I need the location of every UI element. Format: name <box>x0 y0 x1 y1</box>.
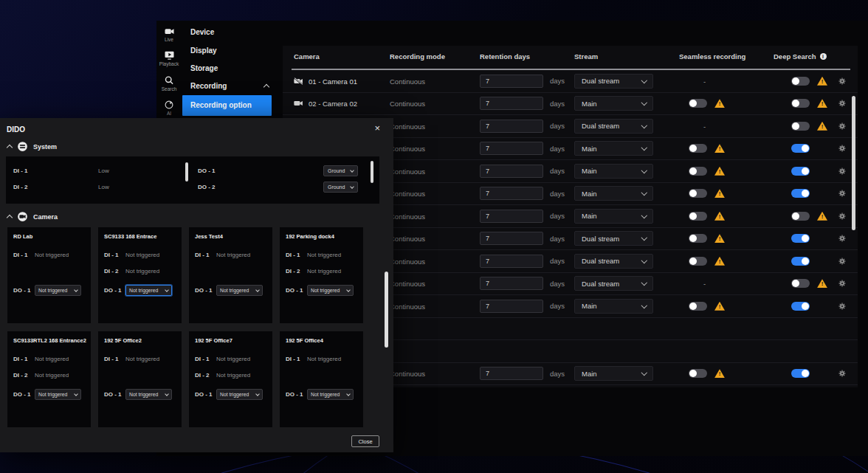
deep-search-toggle[interactable] <box>791 122 810 131</box>
deep-search-toggle[interactable] <box>791 302 810 311</box>
toggle-knob <box>792 77 799 85</box>
do-select[interactable]: Not triggered <box>125 285 172 296</box>
seamless-disabled-dash: - <box>703 280 706 288</box>
camera-settings-gear-icon[interactable] <box>838 235 846 242</box>
retention-days-input[interactable] <box>480 300 543 313</box>
deep-search-toggle[interactable] <box>791 167 810 176</box>
seamless-toggle[interactable] <box>689 99 707 108</box>
stream-select[interactable]: Main <box>574 299 653 314</box>
menu-item-label: Device <box>190 28 214 36</box>
retention-days-input[interactable] <box>480 277 543 290</box>
deep-search-toggle[interactable] <box>791 257 810 266</box>
seamless-toggle[interactable] <box>689 189 707 198</box>
table-scrollbar-thumb[interactable] <box>852 96 855 230</box>
chevron-down-icon <box>641 100 647 106</box>
seamless-toggle[interactable] <box>689 167 707 176</box>
seamless-toggle[interactable] <box>689 212 707 221</box>
retention-days-input[interactable] <box>480 255 543 268</box>
do-select[interactable]: Not triggered <box>125 389 172 400</box>
stream-select[interactable]: Main <box>574 96 653 111</box>
stream-select[interactable]: Dual stream <box>574 254 653 269</box>
nav-item-live[interactable]: Live <box>156 27 182 49</box>
collapse-chevron-icon[interactable] <box>7 215 13 221</box>
deep-search-toggle[interactable] <box>791 189 810 198</box>
do-select-value: Not triggered <box>311 288 340 293</box>
dialog-scrollbar-thumb[interactable] <box>385 272 388 348</box>
close-button[interactable]: Close <box>351 435 379 447</box>
retention-days-input[interactable] <box>480 97 543 110</box>
do-list-scrollbar-thumb[interactable] <box>371 161 373 183</box>
camera-settings-gear-icon[interactable] <box>838 213 846 220</box>
do-select[interactable]: Not triggered <box>307 389 354 400</box>
warning-icon <box>714 189 725 198</box>
stream-select[interactable]: Main <box>574 209 653 224</box>
retention-days-input[interactable] <box>480 142 543 155</box>
menu-item-recording[interactable]: Recording <box>182 77 280 95</box>
di-list-scrollbar-thumb[interactable] <box>185 162 188 182</box>
stream-select[interactable]: Dual stream <box>574 74 653 89</box>
info-icon[interactable]: i <box>820 53 827 60</box>
seamless-toggle[interactable] <box>689 257 707 266</box>
camera-settings-gear-icon[interactable] <box>838 122 846 130</box>
seamless-toggle[interactable] <box>689 234 707 243</box>
retention-days-input[interactable] <box>480 232 543 245</box>
deep-search-toggle[interactable] <box>791 99 810 108</box>
chevron-down-icon <box>641 212 647 218</box>
retention-cell: days <box>480 300 565 313</box>
do-select[interactable]: Not triggered <box>307 285 354 296</box>
collapse-chevron-icon[interactable] <box>7 145 13 151</box>
deep-search-toggle[interactable] <box>791 77 810 86</box>
camera-settings-gear-icon[interactable] <box>838 280 846 287</box>
seamless-toggle[interactable] <box>689 369 707 378</box>
stream-select[interactable]: Main <box>574 141 653 156</box>
deep-search-toggle[interactable] <box>791 144 810 153</box>
nav-item-search[interactable]: Search <box>156 75 182 97</box>
nav-item-playback[interactable]: Playback <box>156 50 182 72</box>
retention-days-input[interactable] <box>480 120 543 133</box>
close-icon[interactable]: × <box>374 122 380 134</box>
deep-search-toggle[interactable] <box>791 234 810 243</box>
retention-days-input[interactable] <box>480 210 543 223</box>
stream-select[interactable]: Dual stream <box>574 276 653 291</box>
do-select[interactable]: Ground <box>323 182 358 193</box>
menu-item-device[interactable]: Device <box>182 24 280 41</box>
camera-settings-gear-icon[interactable] <box>838 145 846 152</box>
camera-settings-gear-icon[interactable] <box>838 77 846 85</box>
toggle-knob <box>802 235 809 242</box>
stream-select[interactable]: Dual stream <box>574 119 653 134</box>
deep-search-toggle[interactable] <box>791 369 810 378</box>
do-select[interactable]: Ground <box>323 165 358 176</box>
retention-days-input[interactable] <box>480 187 543 200</box>
di-label: DI - 1 <box>13 168 28 174</box>
seamless-toggle[interactable] <box>689 144 707 153</box>
camera-settings-gear-icon[interactable] <box>838 190 846 197</box>
camera-settings-gear-icon[interactable] <box>838 370 846 377</box>
camera-section-header: Camera <box>7 211 58 222</box>
camera-settings-gear-icon[interactable] <box>838 100 846 107</box>
retention-days-input[interactable] <box>480 75 543 88</box>
deep-search-toggle[interactable] <box>791 279 810 288</box>
deep-search-toggle[interactable] <box>791 212 810 221</box>
menu-item-display[interactable]: Display <box>182 42 280 60</box>
camera-settings-gear-icon[interactable] <box>838 258 846 265</box>
table-scrollbar[interactable] <box>852 66 855 384</box>
toggle-knob <box>689 235 697 242</box>
stream-select[interactable]: Main <box>574 164 653 179</box>
do-select[interactable]: Not triggered <box>216 285 263 296</box>
stream-select[interactable]: Main <box>574 366 653 381</box>
do-select[interactable]: Not triggered <box>35 389 81 400</box>
menu-item-recording-option-active[interactable]: Recording option <box>182 95 272 116</box>
camera-settings-gear-icon[interactable] <box>838 168 846 175</box>
do-select[interactable]: Not triggered <box>35 285 81 296</box>
retention-days-input[interactable] <box>480 165 543 178</box>
menu-item-label: Display <box>190 46 217 55</box>
toggle-knob <box>802 303 809 310</box>
retention-days-input[interactable] <box>480 367 543 380</box>
do-select[interactable]: Not triggered <box>216 389 263 400</box>
di-status: Not triggered <box>216 356 250 362</box>
camera-settings-gear-icon[interactable] <box>838 303 846 310</box>
seamless-toggle[interactable] <box>689 302 707 311</box>
menu-item-storage[interactable]: Storage <box>182 60 280 77</box>
stream-select[interactable]: Dual stream <box>574 231 653 246</box>
stream-select[interactable]: Main <box>574 186 653 201</box>
